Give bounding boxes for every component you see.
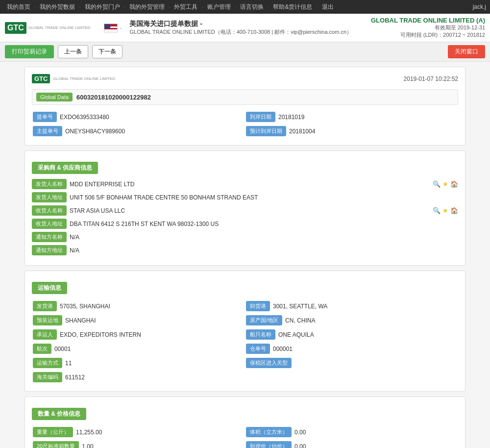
print-button-top[interactable]: 打印贸易记录	[5, 45, 54, 58]
quantity-title: 数量 & 价格信息	[32, 408, 86, 420]
consignee-addr-value: DBA TITAN 6412 S 216TH ST KENT WA 98032-…	[70, 220, 458, 228]
shipper-name-label: 发货人名称	[32, 179, 67, 189]
nav-trade-portal[interactable]: 我的外贸门户	[85, 3, 120, 11]
carrier-vessel-row: 承运人 EXDO, EXPEDITORS INTERN 船只名称 ONE AQU…	[32, 327, 458, 342]
record-timestamp: 2019-01-07 10:22:52	[404, 75, 458, 82]
logo-box: GTC	[5, 22, 26, 34]
voyage-value: 00001	[54, 345, 244, 353]
weight-value: 11,255.00	[76, 428, 244, 437]
arrival-date-cell: 到岸日期 20181019	[245, 110, 458, 124]
origin-dest-row: 发货港 57035, SHANGHAI 卸货港 3001, SEATTLE, W…	[32, 299, 458, 313]
prev-button-top[interactable]: 上一条	[58, 45, 88, 58]
logo-icon: GTC GLOBAL TRADE ONLINE LIMITED	[5, 22, 90, 34]
twentyft-cell: 20尺标准箱数量 1.00	[32, 439, 245, 448]
bill-no-label: 提单号	[33, 112, 57, 122]
voyage-label: 航次	[33, 344, 51, 354]
volume-label: 体积（立方米）	[246, 427, 292, 437]
ftz-label: 保税区进入关型	[246, 358, 292, 368]
close-button-top[interactable]: 关闭窗口	[448, 45, 485, 58]
loading-place-label: 预装运地	[33, 315, 62, 325]
bill-arrival-row: 提单号 EXDO6395333480 到岸日期 20181019	[32, 110, 458, 124]
warehouse-label: 仓单号	[246, 344, 270, 354]
buyer-supplier-title: 采购商 & 供应商信息	[32, 162, 98, 174]
customs-code-label: 海关编码	[33, 372, 62, 382]
logo-sub: GLOBAL TRADE ONLINE LIMITED	[28, 25, 91, 30]
transport-card: 运输信息 发货港 57035, SHANGHAI 卸货港 3001, SEATT…	[24, 271, 466, 392]
consignee-star-icon[interactable]: ★	[442, 207, 448, 214]
logo-area: GTC GLOBAL TRADE ONLINE LIMITED -	[5, 22, 122, 34]
dest-port-value: 3001, SEATTLE, WA	[273, 302, 457, 311]
origin-country-label: 原产国/地区	[246, 315, 282, 325]
arrival-price-cell: 到岸价（估价） 0.00	[245, 439, 458, 448]
shipper-name-icons: 🔍 ★ 🏠	[433, 180, 458, 188]
estimated-arrival-value: 20181004	[289, 127, 457, 136]
transport-header: 运输信息	[32, 282, 458, 294]
nav-logout[interactable]: 退出	[322, 3, 334, 11]
voyage-cell: 航次 00001	[32, 342, 245, 356]
transport-mode-label: 运输方式	[33, 358, 62, 368]
nav-trade-tools[interactable]: 外贸工具	[174, 3, 197, 11]
nav-account[interactable]: 账户管理	[207, 3, 231, 11]
consignee-search-icon[interactable]: 🔍	[433, 207, 441, 214]
origin-port-value: 57035, SHANGHAI	[60, 302, 244, 311]
record-logo: GTC GLOBAL TRADE ONLINE LIMITED	[32, 74, 115, 83]
company-name: GLOBAL TRADE ONLINE LIMITED (A)	[371, 17, 485, 24]
shipper-name-value: MDD ENTERPRISE LTD	[70, 180, 428, 189]
page-title-area: 美国海关进口提单数据 - GLOBAL TRADE ONLINE LIMITED…	[129, 20, 352, 36]
notify-addr-value: N/A	[70, 246, 458, 255]
time-left: 可用时段 (LDR)：200712 ~ 201812	[371, 31, 485, 39]
nav-home[interactable]: 我的首页	[7, 3, 30, 11]
nav-language[interactable]: 语言切换	[240, 3, 264, 11]
loading-place-value: SHANGHAI	[65, 316, 244, 325]
vessel-label: 船只名称	[246, 329, 275, 340]
volume-cell: 体积（立方米） 0.00	[245, 425, 458, 439]
customs-code-row: 海关编码 611512	[32, 370, 458, 384]
shipper-home-icon[interactable]: 🏠	[450, 180, 458, 188]
page-title: 美国海关进口提单数据 -	[129, 20, 352, 28]
consignee-addr-row: 收货人地址 DBA TITAN 6412 S 216TH ST KENT WA …	[32, 219, 458, 229]
consignee-home-icon[interactable]: 🏠	[450, 207, 458, 214]
header-right: GLOBAL TRADE ONLINE LIMITED (A) 有效期至 201…	[371, 17, 485, 39]
voyage-warehouse-row: 航次 00001 仓单号 000001	[32, 342, 458, 356]
transport-mode-cell: 运输方式 11	[32, 356, 245, 370]
notify-addr-row: 通知方地址 N/A	[32, 245, 458, 255]
record-card: GTC GLOBAL TRADE ONLINE LIMITED 2019-01-…	[24, 67, 466, 146]
shipper-name-row: 发货人名称 MDD ENTERPRISE LTD 🔍 ★ 🏠	[32, 179, 458, 189]
quantity-card: 数量 & 价格信息 重量（公斤） 11,255.00 体积（立方米） 0.00 …	[24, 397, 466, 448]
buyer-supplier-card: 采购商 & 供应商信息 发货人名称 MDD ENTERPRISE LTD 🔍 ★…	[24, 150, 466, 266]
vessel-value: ONE AQUILA	[278, 330, 457, 339]
notify-name-row: 通知方名称 N/A	[32, 232, 458, 242]
nav-help[interactable]: 帮助&货计信息	[273, 3, 312, 11]
notify-addr-label: 通知方地址	[32, 245, 67, 255]
warehouse-cell: 仓单号 000001	[245, 342, 458, 356]
global-data-value: 600320181020000122982	[76, 94, 151, 101]
master-bill-cell: 主提单号 ONEYSH8ACY989600	[32, 124, 245, 138]
consignee-name-label: 收货人名称	[32, 205, 67, 216]
shipper-addr-value: UNIT 506 5/F BONHAM TRADE CENTRE 50 BONH…	[70, 193, 458, 202]
header-bar: GTC GLOBAL TRADE ONLINE LIMITED - 美国海关进口…	[0, 14, 490, 42]
shipper-search-icon[interactable]: 🔍	[433, 180, 441, 188]
buyer-supplier-header: 采购商 & 供应商信息	[32, 162, 458, 174]
page-subtitle: GLOBAL TRADE ONLINE LIMITED（电话：400-710-3…	[129, 28, 352, 36]
ftz-cell: 保税区进入关型	[245, 356, 458, 370]
carrier-value: EXDO, EXPEDITORS INTERN	[60, 330, 244, 339]
shipper-addr-row: 发货人地址 UNIT 506 5/F BONHAM TRADE CENTRE 5…	[32, 192, 458, 202]
shipper-star-icon[interactable]: ★	[442, 180, 448, 188]
ftz-value	[294, 362, 457, 364]
volume-value: 0.00	[294, 428, 457, 437]
notify-name-label: 通知方名称	[32, 232, 67, 242]
loading-country-row: 预装运地 SHANGHAI 原产国/地区 CN, CHINA	[32, 313, 458, 327]
customs-code-value: 611512	[65, 373, 457, 382]
weight-volume-row: 重量（公斤） 11,255.00 体积（立方米） 0.00	[32, 425, 458, 439]
next-button-top[interactable]: 下一条	[92, 45, 122, 58]
record-logo-sub: GLOBAL TRADE ONLINE LIMITED	[53, 76, 115, 81]
user-display: jack.j	[473, 3, 486, 10]
weight-label: 重量（公斤）	[33, 427, 73, 437]
vessel-cell: 船只名称 ONE AQUILA	[245, 327, 458, 342]
nav-trade-data[interactable]: 我的外贸数据	[40, 3, 75, 11]
transport-title: 运输信息	[32, 282, 67, 294]
twentyft-value: 1.00	[82, 442, 244, 448]
nav-trade-manage[interactable]: 我的外贸管理	[129, 3, 165, 11]
twentyft-label: 20尺标准箱数量	[33, 441, 79, 448]
weight-cell: 重量（公斤） 11,255.00	[32, 425, 245, 439]
